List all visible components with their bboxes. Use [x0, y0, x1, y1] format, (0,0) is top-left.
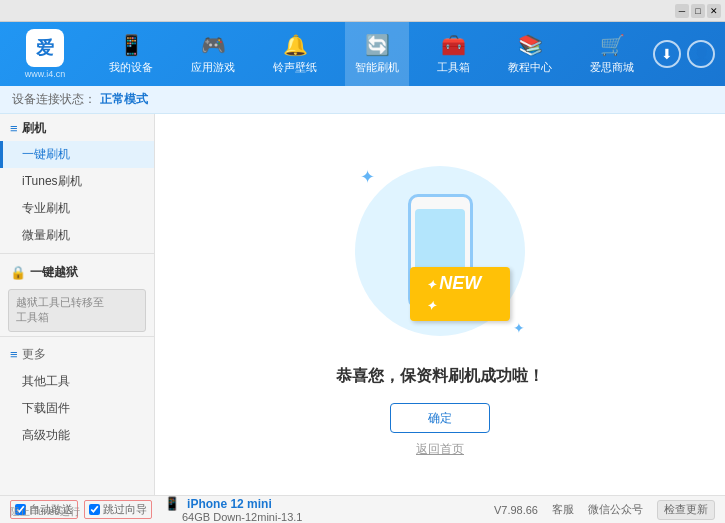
new-badge: NEW	[410, 267, 510, 321]
skip-wizard-checkbox[interactable]	[89, 504, 100, 515]
version-text: V7.98.66	[494, 504, 538, 516]
sidebar-item-advanced[interactable]: 高级功能	[0, 422, 154, 449]
nav-apps-label: 应用游戏	[191, 60, 235, 75]
nav-shop-label: 爱思商城	[590, 60, 634, 75]
device-icon: 📱	[119, 33, 144, 57]
close-button[interactable]: ✕	[707, 4, 721, 18]
sidebar-item-other-tools[interactable]: 其他工具	[0, 368, 154, 395]
status-value: 正常模式	[100, 91, 148, 108]
sidebar-item-one-key-flash[interactable]: 一键刷机	[0, 141, 154, 168]
sidebar-divider-2	[0, 336, 154, 337]
device-info: 📱 iPhone 12 mini 64GB Down-12mini-13.1	[164, 496, 302, 523]
nav-tutorials-label: 教程中心	[508, 60, 552, 75]
bottom-bar: 自动敢送 跳过向导 📱 iPhone 12 mini 64GB Down-12m…	[0, 495, 725, 523]
device-name: iPhone 12 mini	[187, 497, 272, 511]
phone-illustration: ✦ NEW ✦	[340, 151, 540, 351]
sidebar-item-itunes-flash[interactable]: iTunes刷机	[0, 168, 154, 195]
nav-toolbox-label: 工具箱	[437, 60, 470, 75]
device-phone-icon: 📱	[164, 496, 180, 511]
top-nav: 爱 www.i4.cn 📱 我的设备 🎮 应用游戏 🔔 铃声壁纸 🔄 智能刷机 …	[0, 22, 725, 86]
nav-smart-flash-label: 智能刷机	[355, 60, 399, 75]
sidebar-flash-header: ≡ 刷机	[0, 114, 154, 141]
skip-wizard-checkbox-item: 跳过向导	[84, 500, 152, 519]
ringtones-icon: 🔔	[283, 33, 308, 57]
nav-my-device-label: 我的设备	[109, 60, 153, 75]
nav-ringtones[interactable]: 🔔 铃声壁纸	[263, 22, 327, 86]
skip-wizard-label: 跳过向导	[103, 502, 147, 517]
shop-icon: 🛒	[600, 33, 625, 57]
content-area: ✦ NEW ✦ 恭喜您，保资料刷机成功啦！ 确定 返回首页	[155, 114, 725, 495]
nav-ringtones-label: 铃声壁纸	[273, 60, 317, 75]
nav-toolbox[interactable]: 🧰 工具箱	[427, 22, 480, 86]
minimize-button[interactable]: ─	[675, 4, 689, 18]
sparkle-top-left-icon: ✦	[360, 166, 375, 188]
toolbox-icon: 🧰	[441, 33, 466, 57]
update-button[interactable]: 检查更新	[657, 500, 715, 520]
status-bar: 设备连接状态： 正常模式	[0, 86, 725, 114]
nav-items: 📱 我的设备 🎮 应用游戏 🔔 铃声壁纸 🔄 智能刷机 🧰 工具箱 📚 教程中心…	[90, 22, 653, 86]
sidebar-jailbreak-header: 🔒 一键越狱	[0, 258, 154, 285]
logo-icon: 爱	[26, 29, 64, 67]
itunes-stop-label: 阻止iTunes运行	[10, 505, 80, 519]
sidebar-more-header: ≡ 更多	[0, 341, 154, 368]
more-section-icon: ≡	[10, 347, 18, 362]
bottom-right: V7.98.66 客服 微信公众号 检查更新	[494, 500, 715, 520]
tutorials-icon: 📚	[518, 33, 543, 57]
jailbreak-section-label: 一键越狱	[30, 264, 78, 281]
nav-my-device[interactable]: 📱 我的设备	[99, 22, 163, 86]
bottom-left: 自动敢送 跳过向导 📱 iPhone 12 mini 64GB Down-12m…	[10, 496, 494, 523]
nav-smart-flash[interactable]: 🔄 智能刷机	[345, 22, 409, 86]
apps-icon: 🎮	[201, 33, 226, 57]
logo-url: www.i4.cn	[25, 69, 66, 79]
retry-link[interactable]: 返回首页	[416, 441, 464, 458]
download-button[interactable]: ⬇	[653, 40, 681, 68]
smart-flash-icon: 🔄	[365, 33, 390, 57]
logo-area: 爱 www.i4.cn	[0, 29, 90, 79]
main-layout: ≡ 刷机 一键刷机 iTunes刷机 专业刷机 微量刷机 🔒 一键越狱 越狱工具…	[0, 114, 725, 495]
sidebar-item-micro-flash[interactable]: 微量刷机	[0, 222, 154, 249]
success-text: 恭喜您，保资料刷机成功啦！	[336, 366, 544, 387]
flash-section-label: 刷机	[22, 120, 46, 137]
sparkle-bottom-right-icon: ✦	[513, 320, 525, 336]
device-firmware: Down-12mini-13.1	[213, 511, 302, 523]
profile-button[interactable]: 👤	[687, 40, 715, 68]
sidebar-jailbreak-info: 越狱工具已转移至 工具箱	[8, 289, 146, 332]
flash-section-icon: ≡	[10, 121, 18, 136]
device-storage: 64GB	[182, 511, 210, 523]
more-section-label: 更多	[22, 346, 46, 363]
sidebar-divider-1	[0, 253, 154, 254]
wechat-link[interactable]: 微信公众号	[588, 502, 643, 517]
nav-apps-games[interactable]: 🎮 应用游戏	[181, 22, 245, 86]
support-link[interactable]: 客服	[552, 502, 574, 517]
lock-icon: 🔒	[10, 265, 26, 280]
nav-shop[interactable]: 🛒 爱思商城	[580, 22, 644, 86]
sidebar: ≡ 刷机 一键刷机 iTunes刷机 专业刷机 微量刷机 🔒 一键越狱 越狱工具…	[0, 114, 155, 495]
confirm-button[interactable]: 确定	[390, 403, 490, 433]
nav-right: ⬇ 👤	[653, 40, 725, 68]
maximize-button[interactable]: □	[691, 4, 705, 18]
title-bar: ─ □ ✕	[0, 0, 725, 22]
sidebar-item-download-firmware[interactable]: 下载固件	[0, 395, 154, 422]
nav-tutorials[interactable]: 📚 教程中心	[498, 22, 562, 86]
status-label: 设备连接状态：	[12, 91, 96, 108]
sidebar-item-pro-flash[interactable]: 专业刷机	[0, 195, 154, 222]
